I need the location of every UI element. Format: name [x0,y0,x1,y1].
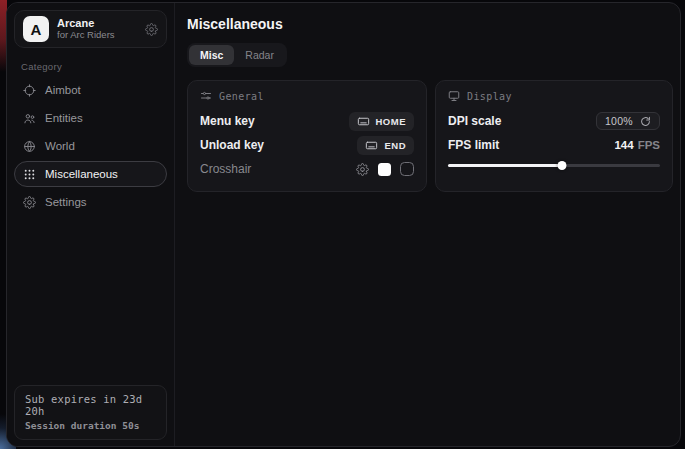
page-title: Miscellaneous [187,16,673,32]
sub-expiry-text: Sub expires in 23d 20h [25,393,156,417]
fps-limit-row: FPS limit 144FPS [448,133,660,157]
keyboard-icon [357,115,370,128]
dpi-scale-label: DPI scale [448,114,501,128]
fps-limit-value: 144FPS [614,139,660,151]
display-card-header: Display [448,90,660,102]
menu-key-bind-button[interactable]: HOME [349,112,415,131]
display-card: Display DPI scale 100% FPS limit 144FPS [435,80,673,192]
sidebar-item-settings[interactable]: Settings [14,189,167,215]
grid-icon [23,168,36,181]
brand-header: A Arcane for Arc Riders [14,10,167,48]
sidebar-item-label: Entities [45,112,83,124]
menu-key-label: Menu key [200,114,255,128]
sidebar-item-label: Settings [45,196,87,208]
crosshair-checkbox[interactable] [400,162,414,176]
crosshair-color-swatch[interactable] [378,163,391,176]
display-card-title: Display [467,91,512,102]
crosshair-controls [356,162,414,176]
session-duration-text: Session duration 50s [25,420,156,431]
menu-key-row: Menu key HOME [200,109,414,133]
sidebar-item-miscellaneous[interactable]: Miscellaneous [14,161,167,187]
slider-thumb[interactable] [558,161,567,170]
keyboard-icon [365,139,378,152]
sidebar-item-label: World [45,140,75,152]
tab-misc[interactable]: Misc [189,45,234,65]
fps-unit: FPS [638,139,660,151]
general-card-header: General [200,90,414,102]
cycle-icon [640,116,651,127]
brand-gear-icon[interactable] [145,23,158,36]
dpi-scale-selector[interactable]: 100% [596,112,660,130]
dpi-scale-value: 100% [605,115,633,127]
fps-limit-label: FPS limit [448,138,499,152]
gear-icon [23,196,36,209]
sidebar-item-label: Miscellaneous [45,168,118,180]
tab-radar[interactable]: Radar [234,45,285,65]
sidebar-nav: Aimbot Entities World Miscellaneous [7,77,174,215]
brand-subtitle: for Arc Riders [57,30,137,41]
crosshair-row: Crosshair [200,157,414,181]
unload-key-label: Unload key [200,138,264,152]
slider-fill [448,164,562,167]
fps-limit-slider[interactable] [448,159,660,171]
unload-key-bind-button[interactable]: END [357,136,414,155]
general-card: General Menu key HOME Unload key [187,80,427,192]
unload-key-row: Unload key END [200,133,414,157]
tab-bar: Misc Radar [187,43,287,67]
general-card-title: General [219,91,264,102]
globe-icon [23,140,36,153]
sliders-icon [200,90,212,102]
crosshair-settings-gear-icon[interactable] [356,163,369,176]
app-window: A Arcane for Arc Riders Category Aimbot [6,2,681,447]
sidebar-item-aimbot[interactable]: Aimbot [14,77,167,103]
brand-logo: A [23,16,49,42]
subscription-info-box: Sub expires in 23d 20h Session duration … [14,385,167,440]
sidebar-item-entities[interactable]: Entities [14,105,167,131]
dpi-scale-row: DPI scale 100% [448,109,660,133]
brand-title: Arcane [57,17,137,30]
brand-text: Arcane for Arc Riders [57,17,137,41]
sidebar-item-world[interactable]: World [14,133,167,159]
crosshair-icon [23,84,36,97]
menu-key-value: HOME [376,116,407,127]
sidebar: A Arcane for Arc Riders Category Aimbot [7,3,175,446]
crosshair-label: Crosshair [200,162,251,176]
entities-icon [23,112,36,125]
unload-key-value: END [384,140,406,151]
sidebar-item-label: Aimbot [45,84,81,96]
cards-row: General Menu key HOME Unload key [187,80,673,192]
category-label: Category [21,61,174,72]
main-content: Miscellaneous Misc Radar General Menu ke… [175,3,681,446]
monitor-icon [448,90,460,102]
fps-number: 144 [614,139,633,151]
